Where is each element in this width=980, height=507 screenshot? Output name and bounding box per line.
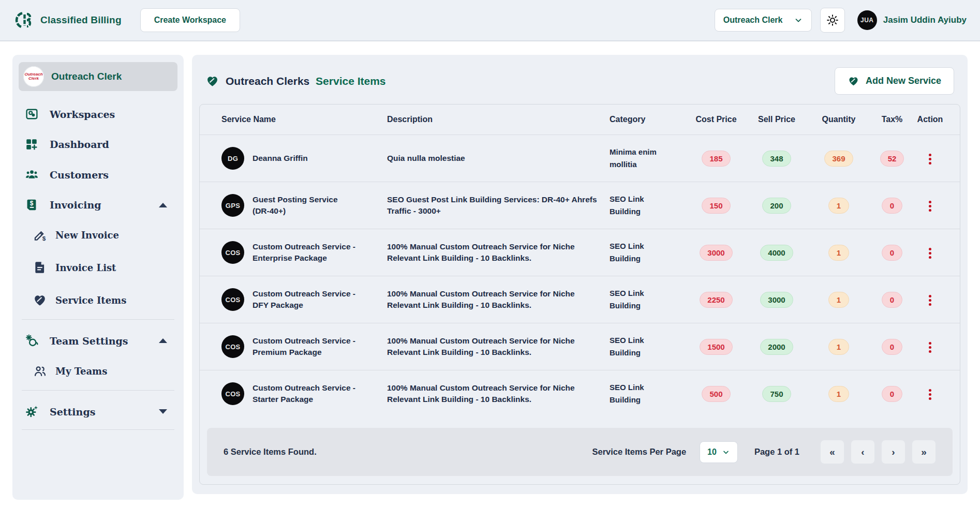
row-actions-kebab-icon[interactable]	[924, 292, 937, 309]
chevron-down-icon	[722, 448, 730, 456]
sidebar-item-invoicing[interactable]: $ Invoicing	[19, 191, 177, 218]
sidebar-item-customers[interactable]: Customers	[19, 161, 177, 188]
service-description: 100% Manual Custom Outreach Service for …	[387, 288, 604, 311]
row-actions-kebab-icon[interactable]	[924, 198, 937, 215]
column-header: Description	[387, 115, 610, 124]
sidebar-item-new-invoice[interactable]: $ New Invoice	[19, 221, 177, 249]
sidebar-item-label: Team Settings	[50, 335, 128, 347]
page-title-row: Outreach Clerks Service Items Add New Se…	[199, 63, 960, 104]
pagination-first-button[interactable]: «	[820, 440, 844, 464]
collapse-caret-icon	[159, 338, 167, 343]
per-page-label: Service Items Per Page	[592, 447, 686, 457]
dashboard-icon	[24, 138, 39, 151]
heart-hands-icon	[205, 74, 219, 88]
settings-gear-icon	[24, 405, 39, 419]
sidebar-item-label: Settings	[50, 406, 95, 417]
chevron-down-icon	[794, 16, 803, 25]
service-category: Minima enim mollitia	[610, 146, 687, 171]
service-category: SEO Link Building	[610, 240, 687, 265]
sell-price-pill: 2000	[760, 339, 793, 355]
sidebar-item-workspaces[interactable]: Workspaces	[19, 100, 177, 128]
customers-icon	[24, 168, 39, 182]
sidebar-item-dashboard[interactable]: Dashboard	[19, 131, 177, 158]
page-title: Outreach Clerks Service Items	[226, 75, 386, 87]
service-avatar: COS	[221, 241, 244, 264]
service-description: Quia nulla molestiae	[387, 153, 604, 164]
table-row: GPS Guest Posting Service (DR-40+) SEO G…	[200, 182, 960, 229]
workspaces-icon	[24, 107, 39, 121]
add-new-service-button[interactable]: Add New Service	[835, 67, 954, 95]
sidebar-item-service-items[interactable]: Service Items	[19, 286, 177, 314]
pagination-controls: «‹›»	[820, 440, 936, 464]
row-actions-kebab-icon[interactable]	[924, 245, 937, 262]
sidebar-item-my-teams[interactable]: My Teams	[19, 357, 177, 385]
user-avatar[interactable]: JUA	[857, 10, 877, 30]
table-row: COS Custom Outreach Service - Starter Pa…	[200, 370, 960, 417]
workspace-select-value: Outreach Clerk	[723, 16, 783, 25]
create-workspace-button[interactable]: Create Workspace	[140, 8, 240, 32]
sell-price-pill: 3000	[760, 292, 793, 308]
row-actions-kebab-icon[interactable]	[924, 386, 937, 403]
service-category: SEO Link Building	[610, 193, 687, 218]
tax-pill: 0	[882, 245, 902, 261]
quantity-pill: 1	[828, 245, 849, 261]
sidebar-divider	[22, 429, 174, 430]
my-teams-icon	[32, 364, 48, 378]
sell-price-pill: 348	[762, 151, 791, 167]
main-panel: Outreach Clerks Service Items Add New Se…	[192, 55, 968, 494]
column-header: Tax%	[869, 115, 915, 124]
pagination-last-button[interactable]: »	[912, 440, 936, 464]
quantity-pill: 369	[824, 151, 853, 167]
service-avatar: DG	[221, 147, 244, 170]
services-table: Service Name Description Category Cost P…	[199, 104, 960, 485]
table-footer: 6 Service Items Found. Service Items Per…	[207, 428, 953, 476]
tax-pill: 0	[882, 386, 902, 402]
sell-price-pill: 200	[762, 198, 791, 214]
workspace-pill-label: Outreach Clerk	[51, 71, 122, 82]
active-workspace-pill[interactable]: Outreach Clerk Outreach Clerk	[19, 62, 177, 91]
team-settings-icon	[24, 334, 39, 348]
pagination-next-button[interactable]: ›	[881, 440, 905, 464]
sidebar-item-settings[interactable]: Settings	[19, 398, 177, 425]
workspace-select[interactable]: Outreach Clerk	[715, 9, 812, 32]
quantity-pill: 1	[828, 292, 849, 308]
invoicing-icon: $	[24, 198, 39, 212]
pagination-prev-button[interactable]: ‹	[851, 440, 875, 464]
sidebar-item-label: Customers	[50, 169, 109, 181]
row-actions-kebab-icon[interactable]	[924, 151, 937, 168]
title-page-name: Service Items	[316, 75, 385, 87]
app-header: Classified Billing Create Workspace Outr…	[0, 0, 980, 41]
heart-hands-icon	[32, 293, 48, 307]
title-workspace-name: Outreach Clerks	[226, 75, 309, 87]
row-actions-kebab-icon[interactable]	[924, 339, 937, 356]
page-info: Page 1 of 1	[754, 447, 799, 457]
classified-billing-logo-icon	[13, 10, 34, 31]
sidebar-item-invoice-list[interactable]: Invoice List	[19, 254, 177, 281]
cost-price-pill: 150	[702, 198, 730, 214]
cost-price-pill: 500	[702, 386, 730, 402]
table-row: DG Deanna Griffin Quia nulla molestiae M…	[200, 135, 960, 182]
invoice-list-icon	[32, 261, 48, 274]
per-page-select[interactable]: 10	[700, 441, 738, 463]
service-name: Custom Outreach Service - Enterprise Pac…	[253, 241, 355, 264]
sidebar-item-label: Dashboard	[50, 139, 109, 150]
cost-price-pill: 3000	[700, 245, 732, 261]
brand-text: Classified Billing	[40, 14, 122, 26]
sidebar-item-label: Invoicing	[50, 199, 101, 211]
sidebar-item-label: Invoice List	[55, 262, 116, 273]
sidebar-item-team-settings[interactable]: Team Settings	[19, 327, 177, 354]
heart-hands-icon	[848, 75, 859, 87]
service-category: SEO Link Building	[610, 287, 687, 312]
column-header: Cost Price	[687, 115, 745, 124]
per-page-value: 10	[707, 448, 717, 457]
sidebar-item-label: Service Items	[55, 295, 126, 306]
column-header: Action	[915, 115, 945, 124]
quantity-pill: 1	[828, 198, 849, 214]
theme-toggle-button[interactable]	[820, 8, 845, 33]
service-name: Custom Outreach Service - DFY Package	[253, 288, 355, 311]
sidebar-divider	[22, 319, 174, 320]
table-row: COS Custom Outreach Service - Enterprise…	[200, 229, 960, 276]
tax-pill: 52	[880, 151, 904, 167]
service-avatar: GPS	[221, 194, 244, 217]
service-description: SEO Guest Post Link Building Services: D…	[387, 194, 604, 217]
